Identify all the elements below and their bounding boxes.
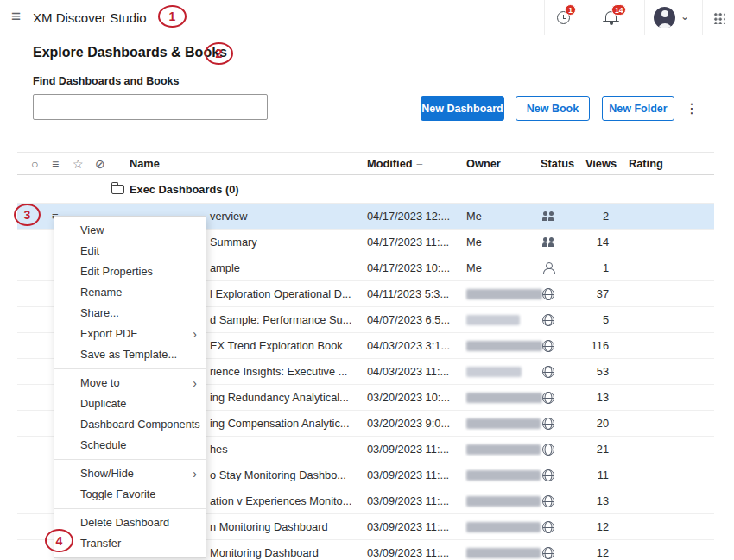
- views-count: 14: [561, 230, 609, 255]
- context-menu-item[interactable]: Move to ›: [54, 373, 206, 393]
- column-header-name[interactable]: Name: [130, 153, 160, 175]
- status-icon: [542, 495, 554, 507]
- context-menu-item[interactable]: Schedule: [54, 435, 206, 456]
- context-menu-item[interactable]: Transfer: [54, 533, 206, 554]
- status-icon: [542, 392, 554, 404]
- views-count: 13: [561, 488, 609, 514]
- owner-name: Me: [466, 230, 482, 255]
- submenu-arrow-icon: ›: [193, 373, 197, 393]
- dashboard-name[interactable]: verview: [210, 204, 247, 230]
- owner-redacted: [466, 470, 541, 481]
- folder-row[interactable]: Exec Dashboards (0): [17, 175, 714, 204]
- column-header-rating[interactable]: Rating: [629, 153, 663, 175]
- column-header-status[interactable]: Status: [541, 153, 574, 175]
- modified-date: 04/17/2023 10:...: [367, 255, 450, 281]
- status-icon: [542, 418, 554, 430]
- context-menu-item[interactable]: Export PDF ›: [54, 324, 206, 344]
- context-menu-item[interactable]: View: [54, 220, 206, 241]
- new-dashboard-button[interactable]: New Dashboard: [421, 96, 504, 121]
- dashboard-name[interactable]: hes: [210, 437, 228, 462]
- column-header-views[interactable]: Views: [585, 153, 617, 175]
- modified-date: 03/09/2023 11:...: [367, 462, 449, 488]
- menu-item-label: Move to: [80, 376, 120, 389]
- page-title: Explore Dashboards & Books: [33, 45, 227, 60]
- context-menu-item[interactable]: Save as Template...: [54, 344, 206, 365]
- dashboard-name[interactable]: n Monitoring Dashboard: [210, 514, 328, 540]
- menu-divider: [54, 508, 206, 509]
- views-count: 11: [561, 462, 609, 488]
- views-count: 12: [561, 514, 609, 540]
- owner-redacted: [466, 315, 520, 325]
- dashboard-name[interactable]: l Exploration Operational D...: [210, 281, 351, 307]
- dashboard-name[interactable]: Summary: [210, 230, 257, 255]
- modified-date: 03/20/2023 9:0...: [367, 411, 450, 437]
- menu-item-label: Edit Properties: [80, 265, 153, 278]
- dashboard-name[interactable]: o Stay Monitoring Dashbo...: [210, 462, 346, 488]
- menu-item-label: Share...: [80, 306, 119, 319]
- new-book-button[interactable]: New Book: [516, 96, 590, 121]
- menu-item-label: Delete Dashboard: [80, 516, 169, 529]
- context-menu-item[interactable]: Show/Hide ›: [54, 463, 206, 484]
- modified-date: 03/09/2023 11:...: [367, 514, 449, 540]
- search-input[interactable]: [33, 94, 268, 120]
- chevron-down-icon[interactable]: ⌄: [680, 10, 689, 22]
- app-window: ≡ XM Discover Studio 1 14 ⌄ Explore Dash…: [0, 0, 734, 560]
- context-menu-item[interactable]: Duplicate: [54, 393, 206, 414]
- dashboard-name[interactable]: ample: [210, 255, 240, 281]
- user-avatar[interactable]: [654, 7, 675, 28]
- modified-date: 04/03/2023 11:...: [367, 359, 449, 385]
- dashboard-name[interactable]: ing Redundancy Analytical...: [210, 385, 349, 411]
- context-menu-item[interactable]: Edit: [54, 241, 206, 261]
- dashboard-name[interactable]: ation v Experiences Monito...: [210, 488, 351, 514]
- folder-name[interactable]: Exec Dashboards (0): [130, 175, 239, 204]
- dashboard-name[interactable]: d Sample: Performance Su...: [210, 307, 351, 333]
- select-all-icon[interactable]: ○: [31, 153, 38, 175]
- views-count: 5: [561, 307, 609, 333]
- dashboard-name[interactable]: EX Trend Exploration Book: [210, 333, 343, 359]
- menu-item-label: Toggle Favorite: [80, 488, 156, 500]
- views-count: 20: [561, 411, 609, 437]
- context-menu-item[interactable]: Toggle Favorite: [54, 484, 206, 505]
- status-icon: [542, 366, 554, 378]
- reorder-icon[interactable]: ≡: [52, 153, 59, 175]
- annotation-3: 3: [14, 204, 41, 226]
- dashboard-name[interactable]: rience Insights: Executive ...: [210, 359, 347, 385]
- menu-item-label: View: [80, 223, 104, 236]
- favorite-column-icon[interactable]: ☆: [73, 153, 84, 175]
- new-folder-button[interactable]: New Folder: [602, 96, 674, 121]
- owner-name: Me: [466, 204, 482, 230]
- dashboard-name[interactable]: ing Compensation Analytic...: [210, 411, 349, 437]
- annotation-1: 1: [158, 5, 187, 28]
- column-header-modified[interactable]: Modified–: [367, 153, 422, 175]
- status-icon: [542, 521, 554, 533]
- context-menu-item[interactable]: Rename: [54, 282, 206, 303]
- context-menu-item[interactable]: Dashboard Components: [54, 414, 206, 435]
- context-menu-item[interactable]: Edit Properties: [54, 261, 206, 282]
- menu-item-label: Schedule: [80, 438, 126, 451]
- views-count: 21: [561, 437, 609, 462]
- menu-item-label: Edit: [80, 244, 99, 257]
- folder-icon: [111, 185, 124, 194]
- menu-item-label: Transfer: [80, 537, 121, 550]
- views-count: 13: [561, 385, 609, 411]
- topbar-divider: [702, 0, 703, 35]
- column-header-owner[interactable]: Owner: [466, 153, 501, 175]
- status-icon: [542, 444, 554, 456]
- menu-icon[interactable]: ≡: [11, 7, 21, 26]
- dashboard-name[interactable]: Monitoring Dashboard: [210, 540, 319, 560]
- topbar-divider: [644, 0, 645, 35]
- status-icon: [542, 236, 554, 249]
- label-column-icon[interactable]: ⊘: [95, 153, 105, 175]
- context-menu-item[interactable]: Delete Dashboard: [54, 513, 206, 533]
- owner-redacted: [466, 496, 541, 507]
- owner-redacted: [466, 393, 542, 403]
- status-icon: [542, 262, 554, 274]
- menu-item-label: Rename: [80, 286, 122, 299]
- more-actions-button[interactable]: ⋮: [681, 96, 702, 121]
- context-menu-item[interactable]: Share...: [54, 303, 206, 324]
- app-title: XM Discover Studio: [33, 10, 147, 25]
- apps-grid-icon[interactable]: [713, 12, 725, 24]
- submenu-arrow-icon: ›: [193, 463, 197, 484]
- modified-date: 04/03/2023 3:1...: [367, 333, 450, 359]
- owner-redacted: [466, 548, 541, 558]
